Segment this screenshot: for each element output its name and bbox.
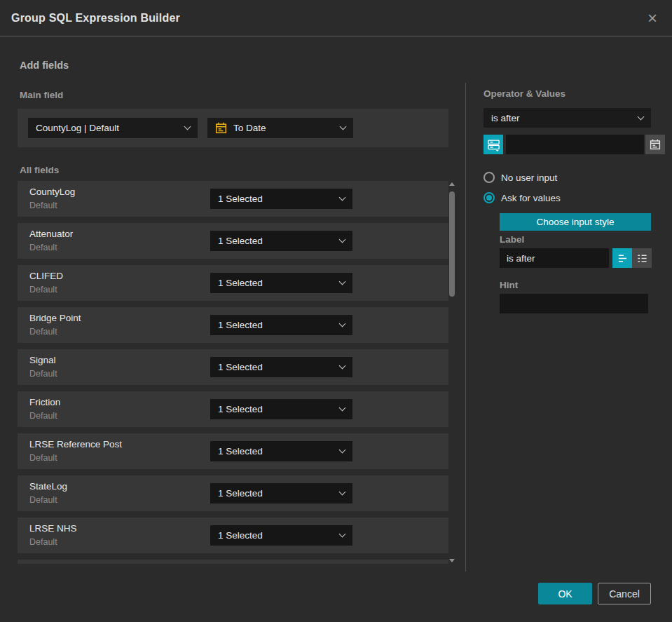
- date-picker-button[interactable]: [645, 135, 665, 154]
- chevron-down-icon: [339, 489, 346, 496]
- field-list-item: LRSE Reference Post Default 1 Selected: [18, 433, 448, 469]
- hint-input[interactable]: [500, 294, 648, 313]
- chevron-down-icon: [184, 123, 191, 130]
- field-selected-value: 1 Selected: [218, 530, 263, 541]
- calendar-icon: [650, 139, 661, 150]
- radio-ask-for-values[interactable]: Ask for values: [484, 192, 561, 203]
- dialog-title: Group SQL Expression Builder: [0, 12, 180, 25]
- dialog-titlebar: Group SQL Expression Builder ×: [0, 0, 672, 36]
- chevron-down-icon: [638, 113, 645, 120]
- list-input-style-button[interactable]: [632, 248, 652, 268]
- scrollbar-thumb[interactable]: [449, 191, 455, 297]
- chevron-down-icon: [339, 236, 346, 243]
- list-scrollbar[interactable]: [448, 182, 455, 562]
- all-fields-label: All fields: [20, 165, 59, 175]
- group-sql-expression-builder-dialog: Group SQL Expression Builder × Add field…: [0, 0, 672, 622]
- operator-values-heading: Operator & Values: [484, 88, 565, 99]
- field-selected-dropdown[interactable]: 1 Selected: [210, 189, 352, 209]
- field-selected-dropdown[interactable]: 1 Selected: [210, 399, 352, 419]
- list-item-partial: [18, 560, 448, 564]
- ok-button[interactable]: OK: [538, 583, 592, 604]
- field-selected-dropdown[interactable]: 1 Selected: [210, 525, 352, 546]
- field-selected-dropdown[interactable]: 1 Selected: [210, 231, 352, 251]
- main-field-panel: CountyLog | Default To Date: [18, 109, 448, 147]
- input-type-button[interactable]: [484, 135, 503, 154]
- radio-label: Ask for values: [501, 193, 561, 203]
- operator-select[interactable]: is after: [484, 108, 651, 128]
- radio-no-user-input[interactable]: No user input: [484, 172, 557, 183]
- hint-heading: Hint: [500, 280, 518, 290]
- field-list-item: CLIFED Default 1 Selected: [18, 265, 448, 301]
- close-icon[interactable]: ×: [641, 7, 664, 29]
- field-selected-dropdown[interactable]: 1 Selected: [210, 441, 352, 461]
- vertical-divider: [465, 83, 466, 572]
- scroll-up-arrow[interactable]: [449, 182, 455, 186]
- field-selected-value: 1 Selected: [218, 194, 263, 204]
- chevron-down-icon: [339, 531, 346, 538]
- label-heading: Label: [500, 234, 524, 245]
- field-selected-dropdown[interactable]: 1 Selected: [210, 273, 352, 293]
- chevron-down-icon: [340, 123, 347, 130]
- field-list-item: Friction Default 1 Selected: [18, 391, 448, 427]
- chevron-down-icon: [339, 447, 346, 454]
- field-selected-value: 1 Selected: [218, 320, 263, 330]
- field-selected-dropdown[interactable]: 1 Selected: [210, 357, 352, 377]
- field-selected-value: 1 Selected: [218, 362, 263, 372]
- field-list-item: Signal Default 1 Selected: [18, 349, 448, 385]
- field-list-item: Attenuator Default 1 Selected: [18, 223, 448, 259]
- radio-icon: [484, 192, 495, 203]
- value-input[interactable]: [506, 135, 644, 154]
- field-selected-value: 1 Selected: [218, 278, 263, 288]
- field-rows-icon: [487, 138, 500, 151]
- value-input-row: [484, 135, 651, 154]
- text-input-style-button[interactable]: [612, 248, 632, 268]
- chevron-down-icon: [339, 278, 346, 285]
- add-fields-heading: Add fields: [20, 60, 69, 71]
- date-field-select[interactable]: To Date: [207, 118, 353, 138]
- field-list-item: LRSE NHS Default 1 Selected: [18, 518, 448, 553]
- align-left-icon: [617, 252, 629, 264]
- field-selected-dropdown[interactable]: 1 Selected: [210, 483, 352, 503]
- main-field-select-value: CountyLog | Default: [36, 123, 119, 133]
- field-selected-value: 1 Selected: [218, 446, 263, 457]
- chevron-down-icon: [339, 320, 346, 327]
- operator-select-value: is after: [491, 113, 520, 123]
- chevron-down-icon: [339, 405, 346, 412]
- field-selected-value: 1 Selected: [218, 236, 263, 246]
- scroll-down-arrow[interactable]: [449, 559, 455, 562]
- field-selected-dropdown[interactable]: 1 Selected: [210, 315, 352, 335]
- field-list-item: StateLog Default 1 Selected: [18, 475, 448, 511]
- radio-label: No user input: [501, 173, 557, 183]
- field-list-item: CountyLog Default 1 Selected: [18, 181, 448, 217]
- chevron-down-icon: [339, 194, 346, 201]
- label-input-row: [500, 248, 652, 268]
- field-selected-value: 1 Selected: [218, 488, 263, 499]
- date-field-select-value: To Date: [233, 123, 266, 133]
- calendar-icon: [215, 122, 227, 134]
- all-fields-list: CountyLog Default 1 Selected Attenuator …: [18, 181, 448, 564]
- main-field-label: Main field: [20, 90, 63, 100]
- list-icon: [636, 252, 648, 264]
- chevron-down-icon: [339, 363, 346, 370]
- main-field-select[interactable]: CountyLog | Default: [28, 118, 198, 138]
- radio-icon: [484, 172, 495, 183]
- field-list-item: Bridge Point Default 1 Selected: [18, 307, 448, 343]
- cancel-button[interactable]: Cancel: [598, 583, 651, 604]
- label-input[interactable]: [500, 248, 609, 268]
- choose-input-style-button[interactable]: Choose input style: [500, 213, 651, 231]
- field-selected-value: 1 Selected: [218, 404, 263, 414]
